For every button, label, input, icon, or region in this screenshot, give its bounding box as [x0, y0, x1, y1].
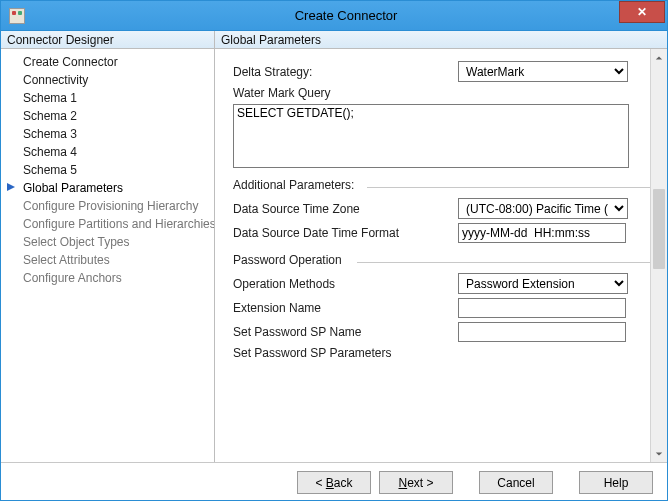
set-password-sp-parameters-label: Set Password SP Parameters [233, 346, 458, 360]
delta-strategy-select[interactable]: WaterMark [458, 61, 628, 82]
connector-designer-panel: Connector Designer Create Connector Conn… [1, 31, 215, 462]
nav-label: Connectivity [23, 73, 88, 87]
nav-label: Configure Partitions and Hierarchies [23, 217, 214, 231]
nav-configure-anchors[interactable]: Configure Anchors [1, 269, 214, 287]
timezone-select[interactable]: (UTC-08:00) Pacific Time (US & C [458, 198, 628, 219]
scroll-thumb[interactable] [653, 189, 665, 269]
right-panel-header: Global Parameters [215, 31, 667, 49]
global-parameters-panel: Global Parameters Delta Strategy: WaterM… [215, 31, 667, 462]
watermark-query-label: Water Mark Query [233, 86, 458, 100]
extension-name-input[interactable] [458, 298, 626, 318]
datetimeformat-input[interactable] [458, 223, 626, 243]
nav-schema-2[interactable]: Schema 2 [1, 107, 214, 125]
operation-methods-label: Operation Methods [233, 277, 458, 291]
additional-parameters-heading: Additional Parameters: [233, 178, 659, 192]
nav-label: Schema 2 [23, 109, 77, 123]
nav-label: Configure Provisioning Hierarchy [23, 199, 198, 213]
title-bar: Create Connector ✕ [1, 1, 667, 31]
left-panel-header: Connector Designer [1, 31, 214, 49]
set-password-sp-name-input[interactable] [458, 322, 626, 342]
extension-name-label: Extension Name [233, 301, 458, 315]
nav-label: Select Attributes [23, 253, 110, 267]
close-button[interactable]: ✕ [619, 1, 665, 23]
nav-select-attributes[interactable]: Select Attributes [1, 251, 214, 269]
delta-strategy-label: Delta Strategy: [233, 65, 458, 79]
nav-schema-1[interactable]: Schema 1 [1, 89, 214, 107]
nav-connectivity[interactable]: Connectivity [1, 71, 214, 89]
form-area: Delta Strategy: WaterMark Water Mark Que… [215, 49, 667, 462]
content-area: Connector Designer Create Connector Conn… [1, 31, 667, 462]
nav-global-parameters[interactable]: Global Parameters [1, 179, 214, 197]
cancel-button[interactable]: Cancel [479, 471, 553, 494]
vertical-scrollbar[interactable] [650, 49, 667, 462]
nav-schema-4[interactable]: Schema 4 [1, 143, 214, 161]
nav-create-connector[interactable]: Create Connector [1, 53, 214, 71]
nav-label: Global Parameters [23, 181, 123, 195]
nav-select-object-types[interactable]: Select Object Types [1, 233, 214, 251]
nav-label: Schema 4 [23, 145, 77, 159]
scroll-up-arrow-icon[interactable] [651, 49, 667, 66]
nav-configure-partitions-hierarchies[interactable]: Configure Partitions and Hierarchies [1, 215, 214, 233]
wizard-button-bar: < Back Next > Cancel Help [1, 462, 667, 501]
operation-methods-select[interactable]: Password Extension [458, 273, 628, 294]
password-operation-heading: Password Operation [233, 253, 659, 267]
datetimeformat-label: Data Source Date Time Format [233, 226, 458, 240]
nav-label: Select Object Types [23, 235, 130, 249]
app-icon [9, 8, 25, 24]
nav-label: Configure Anchors [23, 271, 122, 285]
nav-schema-3[interactable]: Schema 3 [1, 125, 214, 143]
nav-label: Create Connector [23, 55, 118, 69]
set-password-sp-name-label: Set Password SP Name [233, 325, 458, 339]
nav-label: Schema 3 [23, 127, 77, 141]
timezone-label: Data Source Time Zone [233, 202, 458, 216]
help-button[interactable]: Help [579, 471, 653, 494]
nav-configure-provisioning-hierarchy[interactable]: Configure Provisioning Hierarchy [1, 197, 214, 215]
watermark-query-textarea[interactable]: SELECT GETDATE(); [233, 104, 629, 168]
window-title: Create Connector [25, 8, 667, 23]
back-button[interactable]: < Back [297, 471, 371, 494]
nav-schema-5[interactable]: Schema 5 [1, 161, 214, 179]
nav-tree: Create Connector Connectivity Schema 1 S… [1, 49, 214, 291]
nav-label: Schema 5 [23, 163, 77, 177]
next-button[interactable]: Next > [379, 471, 453, 494]
scroll-down-arrow-icon[interactable] [651, 445, 667, 462]
nav-label: Schema 1 [23, 91, 77, 105]
close-icon: ✕ [637, 5, 647, 19]
